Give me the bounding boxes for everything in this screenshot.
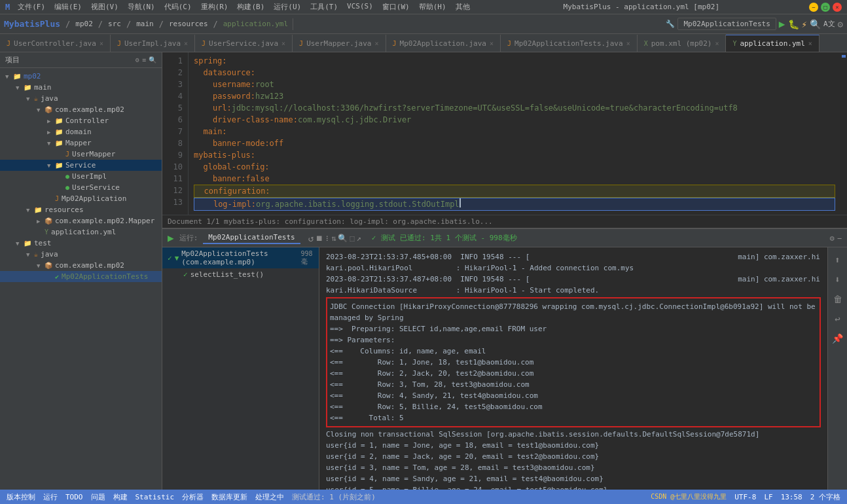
statistic-status[interactable]: Statistic: [135, 493, 175, 501]
run-play-icon[interactable]: ▶: [168, 232, 174, 244]
expand-arrow[interactable]: ▼: [5, 73, 13, 80]
tab-usercontroller[interactable]: J UserController.java ×: [0, 35, 111, 52]
tree-item-domain[interactable]: ▶ 📁 domain: [0, 126, 162, 137]
tree-item-test[interactable]: ▼ 📁 test: [0, 238, 162, 249]
menu-other[interactable]: 其他: [452, 1, 474, 13]
tree-item-service[interactable]: ▼ 📁 Service: [0, 160, 162, 171]
menu-nav[interactable]: 导航(N): [124, 1, 159, 13]
tab-close-icon[interactable]: ×: [281, 40, 285, 47]
tab-close-icon[interactable]: ×: [99, 40, 103, 47]
run-minimize-icon[interactable]: −: [837, 234, 842, 243]
tree-item-main[interactable]: ▼ 📁 main: [0, 82, 162, 93]
close-button[interactable]: ×: [833, 3, 842, 12]
expand-arrow[interactable]: ▼: [16, 84, 24, 91]
translate-button[interactable]: A文: [823, 19, 835, 29]
tab-close-icon[interactable]: ×: [808, 40, 812, 47]
tree-item-controller[interactable]: ▶ 📁 Controller: [0, 115, 162, 126]
expand-arrow[interactable]: ▼: [47, 162, 55, 169]
scroll-top-button[interactable]: ⬆: [831, 253, 845, 267]
tab-usermapper[interactable]: J UserMapper.java ×: [293, 35, 386, 52]
run-status[interactable]: 运行: [43, 492, 58, 502]
tree-item-mp02tests[interactable]: ▶ ✔ Mp02ApplicationTests: [0, 271, 162, 282]
tab-userimpl[interactable]: J UserImpl.java ×: [111, 35, 195, 52]
run-button[interactable]: ▶: [779, 18, 785, 30]
sidebar-filter-icon[interactable]: 🔍: [149, 56, 156, 63]
tab-close-icon[interactable]: ×: [715, 40, 719, 47]
tree-item-test-package[interactable]: ▼ 📦 com.example.mp02: [0, 260, 162, 271]
run-tab-tests[interactable]: Mp02ApplicationTests: [203, 232, 300, 244]
menu-code[interactable]: 代码(C): [160, 1, 196, 13]
build-status[interactable]: 构建: [113, 492, 128, 502]
tree-item-package[interactable]: ▼ 📦 com.example.mp02: [0, 104, 162, 115]
tree-item-test-java[interactable]: ▼ ☕ java: [0, 249, 162, 260]
menu-help[interactable]: 帮助(H): [415, 1, 450, 13]
run-tree-item-selectlist[interactable]: ✓ selectList_test(): [162, 268, 319, 281]
menu-vcs[interactable]: VCS(S): [343, 1, 377, 13]
pin-button[interactable]: 📌: [831, 331, 845, 346]
todo-status[interactable]: TODO: [65, 493, 83, 501]
refactor-status[interactable]: 处理之中: [255, 492, 284, 502]
tab-userservice[interactable]: J UserService.java ×: [195, 35, 293, 52]
tab-close-icon[interactable]: ×: [184, 40, 188, 47]
tree-item-mapper-pkg[interactable]: ▶ 📦 com.example.mp02.Mapper: [0, 215, 162, 226]
menu-run[interactable]: 运行(U): [270, 1, 305, 13]
menu-window[interactable]: 窗口(W): [378, 1, 414, 13]
tree-item-usermapper[interactable]: ▶ J UserMapper: [0, 149, 162, 160]
menu-bar[interactable]: 文件(F) 编辑(E) 视图(V) 导航(N) 代码(C) 重构(R) 构建(B…: [14, 1, 473, 13]
tree-item-userimpl[interactable]: ▶ ● UserImpl: [0, 171, 162, 182]
encoding-status[interactable]: UTF-8: [734, 493, 756, 501]
menu-build[interactable]: 构建(B): [233, 1, 268, 13]
run-stop-icon[interactable]: ⏹: [315, 234, 323, 243]
run-config-dropdown[interactable]: Mp02ApplicationTests: [677, 18, 776, 30]
run-sort-icon[interactable]: ⇅: [331, 234, 336, 243]
code-content[interactable]: spring: datasource: username: root: [189, 52, 840, 215]
expand-arrow[interactable]: ▶: [47, 129, 55, 135]
expand-arrow[interactable]: ▼: [47, 140, 55, 147]
tree-item-userservice[interactable]: ▶ ● UserService: [0, 182, 162, 193]
expand-arrow[interactable]: ▼: [26, 251, 34, 258]
sidebar-actions[interactable]: ⚙ ≡ 🔍: [135, 56, 156, 63]
menu-tools[interactable]: 工具(T): [306, 1, 342, 13]
clear-button[interactable]: 🗑: [831, 292, 845, 306]
menu-edit[interactable]: 编辑(E): [50, 1, 86, 13]
expand-arrow[interactable]: ▼: [37, 107, 45, 113]
tab-close-icon[interactable]: ×: [374, 40, 378, 47]
build-button[interactable]: ⚡: [802, 19, 807, 29]
run-export-icon[interactable]: ↗: [357, 234, 361, 243]
tree-item-java[interactable]: ▼ ☕ java: [0, 93, 162, 104]
tab-applicationyml[interactable]: Y application.yml ×: [726, 35, 819, 52]
tree-item-mapper[interactable]: ▼ 📁 Mapper: [0, 137, 162, 149]
line-ending-status[interactable]: LF: [764, 493, 772, 501]
indent-status[interactable]: 2 个字格: [810, 492, 840, 502]
sidebar-sort-icon[interactable]: ≡: [142, 56, 146, 63]
tab-pom[interactable]: X pom.xml (mp02) ×: [638, 35, 727, 52]
tree-item-appyml[interactable]: ▶ Y application.yml: [0, 226, 162, 238]
code-editor[interactable]: 12345 678910 111213 spring: datasource:: [162, 52, 847, 215]
run-settings-icon[interactable]: ⚙: [830, 234, 835, 243]
debug-button[interactable]: 🐛: [788, 19, 799, 29]
expand-arrow[interactable]: ▼: [16, 240, 24, 247]
expand-arrow[interactable]: ▼: [37, 262, 45, 269]
tab-close-icon[interactable]: ×: [490, 40, 494, 47]
scroll-bottom-button[interactable]: ⬇: [831, 272, 845, 287]
expand-arrow[interactable]: ▶: [37, 218, 45, 225]
console-output[interactable]: 2023-08-23T21:53:37.485+08:00 INFO 19548…: [319, 247, 827, 490]
tab-mp02tests[interactable]: J Mp02ApplicationTests.java ×: [501, 35, 638, 52]
expand-arrow[interactable]: ▼: [26, 96, 34, 102]
tree-item-resources[interactable]: ▼ 📁 resources: [0, 204, 162, 215]
wrap-button[interactable]: ↩: [831, 312, 845, 326]
run-panel-controls[interactable]: ⚙ −: [830, 234, 842, 243]
menu-view[interactable]: 视图(V): [87, 1, 122, 13]
run-rerun-icon[interactable]: ↺: [308, 233, 314, 243]
run-expand-icon[interactable]: ⬚: [350, 234, 354, 243]
expand-arrow[interactable]: ▶: [47, 118, 55, 124]
tree-item-mp02app[interactable]: ▶ J Mp02Application: [0, 193, 162, 204]
settings-button[interactable]: ⚙: [838, 19, 843, 29]
menu-file[interactable]: 文件(F): [14, 1, 49, 13]
tab-close-icon[interactable]: ×: [626, 40, 630, 47]
tab-mp02application[interactable]: J Mp02Application.java ×: [386, 35, 501, 52]
run-filter-icon[interactable]: ⫶: [325, 234, 329, 243]
sidebar-settings-icon[interactable]: ⚙: [135, 56, 139, 63]
problems-status[interactable]: 问题: [91, 492, 105, 502]
expand-arrow[interactable]: ▼: [26, 207, 34, 213]
